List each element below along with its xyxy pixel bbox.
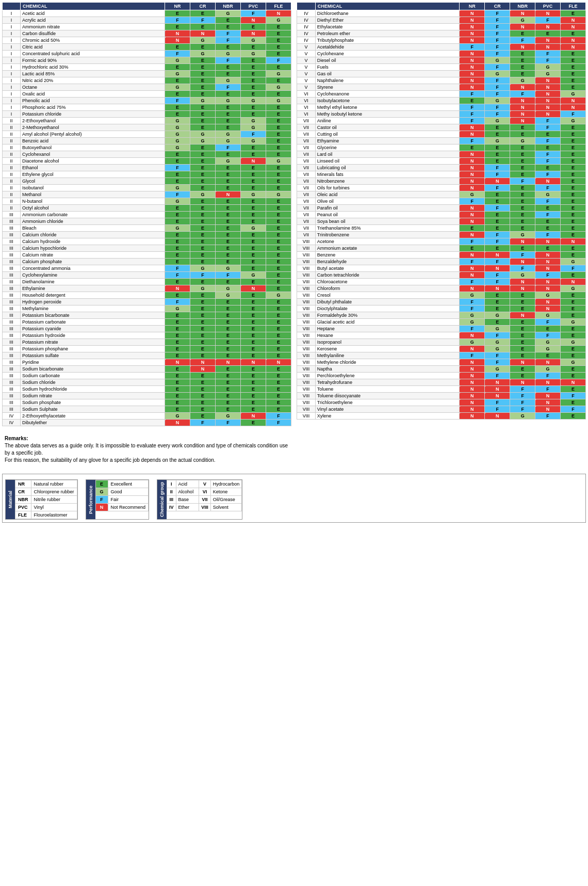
chemical-name-cell: Lactic acid 85% (21, 71, 165, 77)
chemical-name-cell: Petroleum ether (315, 30, 460, 37)
chemical-name-cell: Perchloroethylene (315, 373, 460, 379)
rating-cell: F (485, 10, 510, 17)
chemical-name-cell: Dibutyl phthalate (315, 299, 460, 305)
rating-cell: N (535, 178, 561, 185)
rating-cell: E (216, 225, 241, 232)
group-cell: VII (297, 131, 316, 138)
rating-cell: G (165, 138, 190, 144)
rating-cell: E (266, 118, 291, 124)
rating-cell: E (266, 339, 291, 346)
rating-cell: E (165, 332, 190, 339)
rating-cell: E (165, 212, 190, 218)
rating-cell: E (190, 44, 216, 51)
table-row: VIIIXyleneNNGFE (297, 413, 586, 420)
rating-cell: E (266, 91, 291, 98)
rating-cell: E (266, 279, 291, 285)
rating-cell: N (460, 10, 485, 17)
left-table-section: CHEMICAL NR CR NBR PVC FLE IAcetic acidE… (2, 2, 291, 426)
group-cell: VII (297, 138, 316, 144)
chemical-name-cell: Trinitrobenzene (315, 232, 460, 238)
group-cell: VII (297, 158, 316, 165)
left-table-body: IAcetic acidEEGFNIAcrylic acidFFENGIAmmo… (3, 10, 291, 426)
rating-cell: E (485, 131, 510, 138)
rating-cell: E (266, 346, 291, 352)
rating-cell: E (216, 399, 241, 406)
chemical-name-cell: Household detergent (21, 292, 165, 299)
rating-cell: E (510, 299, 535, 305)
rating-cell: E (266, 299, 291, 305)
table-row: IIDiacetone alcoholEEGNG (3, 158, 291, 165)
rating-cell: E (241, 57, 266, 64)
chemical-name-cell: Naptha (315, 366, 460, 373)
group-cell: VII (297, 225, 316, 232)
table-row: VIIOils for turbinesNFEFE (297, 185, 586, 191)
rating-cell: F (266, 413, 291, 420)
rating-cell: F (460, 238, 485, 245)
chemical-name-cell: Formaldehyde 30% (315, 312, 460, 319)
rating-cell: E (216, 91, 241, 98)
group-cell: III (3, 373, 21, 379)
group-cell: VIII (297, 299, 316, 305)
rating-cell: G (485, 339, 510, 346)
rating-cell: F (510, 252, 535, 259)
table-row: II2-MethoxyethanolGEEGE (3, 124, 291, 131)
rating-cell: E (190, 339, 216, 346)
rating-cell: E (190, 84, 216, 91)
rating-cell: F (510, 399, 535, 406)
group-cell: IV (3, 420, 21, 426)
chemical-name-cell: Linseed oil (315, 158, 460, 165)
rating-cell: E (266, 252, 291, 259)
rating-cell: E (485, 218, 510, 225)
chemical-name-cell: Minerals fats (315, 171, 460, 178)
rating-cell: E (165, 171, 190, 178)
table-row: VIIEthyamineFGGFE (297, 138, 586, 144)
rating-cell: E (190, 259, 216, 265)
rating-cell: F (561, 406, 586, 413)
rating-cell: F (561, 265, 586, 272)
rating-cell: N (510, 312, 535, 319)
group-cell: II (3, 138, 21, 144)
chemical-name-cell: Amyl alcohol (Pentyl alcohol) (21, 131, 165, 138)
table-row: II2-EthoxyethanolGEEGE (3, 118, 291, 124)
table-row: IIIPotassium hydroxideEEEEE (3, 332, 291, 339)
table-row: IIN-butanolGEEEE (3, 198, 291, 205)
rating-cell: G (216, 158, 241, 165)
rating-cell: G (241, 191, 266, 198)
rating-cell: E (510, 346, 535, 352)
rating-cell: E (266, 238, 291, 245)
rating-cell: N (485, 285, 510, 292)
rating-cell: F (165, 299, 190, 305)
rating-cell: E (241, 305, 266, 312)
rating-cell: G (190, 191, 216, 198)
table-row: VIIIDioctylphtalateFEENE (297, 305, 586, 312)
group-cell: VIII (297, 332, 316, 339)
table-row: IIICyclohexylamineFFFGE (3, 272, 291, 279)
rating-cell: E (241, 44, 266, 51)
rating-cell: N (485, 379, 510, 386)
rating-cell: N (460, 346, 485, 352)
rating-cell: G (241, 272, 266, 279)
table-row: VIIIIsopropanolGGEGG (297, 339, 586, 346)
rating-cell: E (266, 218, 291, 225)
rating-cell: E (485, 305, 510, 312)
table-row: IIButoxyethanolGEFEE (3, 144, 291, 151)
bottom-legends: Material NRNatural rubberCRChloroprene r… (2, 474, 586, 523)
rating-cell: G (485, 138, 510, 144)
rating-cell: G (561, 259, 586, 265)
rating-cell: E (216, 111, 241, 118)
group-cell: VIII (297, 265, 316, 272)
chemical-name-cell: Diethanolamine (21, 279, 165, 285)
rating-cell: F (485, 238, 510, 245)
table-row: VIIIHexaneNFEFE (297, 332, 586, 339)
rating-cell: E (190, 379, 216, 386)
chemical-name-cell: Isopropanol (315, 339, 460, 346)
chemical-name-cell: Hydrochloric acid 30% (21, 64, 165, 71)
chemical-name-cell: Octane (21, 84, 165, 91)
rating-cell: E (510, 191, 535, 198)
rating-cell: E (165, 346, 190, 352)
table-row: VIMethyl ethyl ketoneFFNNN (297, 104, 586, 111)
rating-cell: E (460, 225, 485, 232)
chemical-name-cell: Hydrogen peroxide (21, 299, 165, 305)
rating-cell: N (190, 366, 216, 373)
rating-cell: E (561, 299, 586, 305)
